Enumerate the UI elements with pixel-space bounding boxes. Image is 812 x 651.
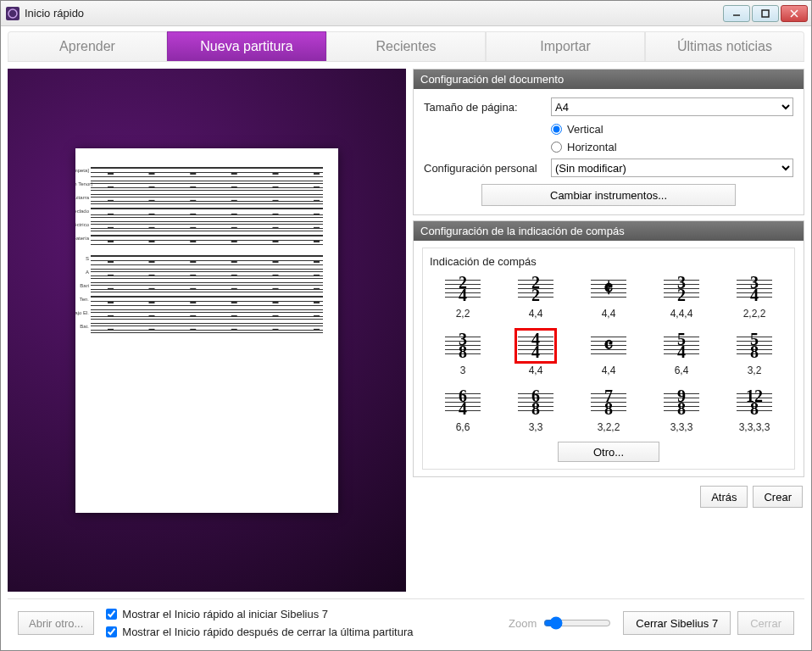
show-after-close-checkbox[interactable]: [106, 626, 117, 637]
time-signature-cell[interactable]: 342,2,2: [721, 273, 787, 320]
rest-marks: ▬▬▬▬▬▬: [108, 271, 320, 277]
time-signature-caption: 6,6: [456, 421, 470, 433]
instrument-label: Teclado: [75, 209, 91, 214]
rest-marks: ▬▬▬▬▬▬: [108, 258, 320, 264]
close-button[interactable]: Cerrar: [737, 611, 794, 635]
tab-import[interactable]: Importar: [486, 31, 645, 61]
time-signature-value: 128: [746, 390, 763, 415]
time-signature-cell[interactable]: 444,4: [503, 330, 569, 376]
time-signature-other-button[interactable]: Otro...: [558, 442, 659, 462]
create-button[interactable]: Crear: [753, 486, 803, 508]
time-signature-value: 32: [677, 276, 686, 302]
time-signature-icon: 34: [735, 273, 774, 305]
minimize-button[interactable]: [723, 5, 750, 22]
window-title: Inicio rápido: [25, 7, 723, 19]
instrument-label: Ten.: [75, 297, 91, 302]
zoom-label: Zoom: [509, 617, 537, 630]
staff-line: S▬▬▬▬▬▬: [91, 255, 323, 265]
close-window-button[interactable]: [781, 5, 808, 22]
time-signature-caption: 3,2,2: [598, 421, 620, 433]
time-signature-cell[interactable]: 324,4,4: [648, 273, 715, 320]
time-signature-icon: 32: [662, 273, 701, 305]
time-signature-cell[interactable]: 1283,3,3,3: [721, 387, 787, 433]
orientation-horizontal-radio[interactable]: [551, 142, 562, 153]
time-signature-value: 22: [531, 276, 540, 302]
page-size-select[interactable]: A4: [551, 97, 793, 116]
time-signature-value: 𝄵: [603, 281, 614, 298]
titlebar: Inicio rápido: [1, 1, 811, 26]
time-signature-caption: 3,2: [748, 364, 762, 376]
rest-marks: ▬▬▬▬▬▬: [108, 285, 320, 291]
window-controls: [723, 5, 808, 22]
rest-marks: ▬▬▬▬▬▬: [108, 210, 320, 216]
instrument-label: [Trompeta]: [75, 168, 91, 173]
rest-marks: ▬▬▬▬▬▬: [108, 197, 320, 203]
orientation-vertical-label: Vertical: [567, 123, 603, 136]
time-signature-cell[interactable]: 𝄵4,4: [576, 273, 642, 320]
time-signature-caption: 4,4: [602, 308, 616, 320]
document-config-panel: Configuración del documento Tamaño de pá…: [413, 69, 804, 215]
orientation-horizontal-label: Horizontal: [567, 141, 617, 153]
rest-marks: ▬▬▬▬▬▬: [108, 298, 320, 304]
maximize-button[interactable]: [752, 5, 779, 22]
tab-bar: Aprender Nueva partitura Recientes Impor…: [8, 31, 804, 62]
quick-start-window: Inicio rápido Aprender Nueva partitura R…: [0, 0, 812, 651]
tab-recent[interactable]: Recientes: [326, 31, 486, 61]
time-signature-caption: 3: [460, 364, 466, 376]
zoom-slider[interactable]: [543, 616, 611, 630]
show-after-close-label: Mostrar el Inicio rápido después de cerr…: [122, 626, 413, 638]
time-signature-cell[interactable]: 583,2: [721, 330, 787, 376]
staff-line: Guitarra▬▬▬▬▬▬: [91, 194, 323, 204]
time-signature-cell[interactable]: 224,4: [503, 273, 569, 320]
open-other-button[interactable]: Abrir otro...: [18, 611, 94, 635]
time-signature-caption: 4,4: [529, 364, 543, 376]
time-signature-caption: 4,4: [602, 364, 616, 376]
rest-marks: ▬▬▬▬▬▬: [108, 170, 320, 175]
instrument-label: Bajo El.: [75, 310, 91, 315]
close-app-button[interactable]: Cerrar Sibelius 7: [623, 611, 731, 635]
back-button[interactable]: Atrás: [700, 486, 748, 508]
orientation-vertical-radio[interactable]: [551, 124, 562, 135]
time-signature-cell[interactable]: 683,3: [503, 387, 569, 433]
time-signature-icon: 38: [443, 330, 482, 362]
instrument-label: Guitarra: [75, 195, 91, 200]
time-signature-cell[interactable]: 383: [430, 330, 496, 376]
time-signature-icon: 78: [589, 387, 628, 419]
time-signature-cell[interactable]: 546,4: [648, 330, 715, 376]
time-signature-icon: 98: [662, 387, 701, 419]
personal-config-select[interactable]: (Sin modificar): [551, 159, 793, 177]
zoom-group: Zoom: [509, 616, 611, 630]
time-signature-icon: 𝄴: [589, 330, 628, 362]
time-signature-icon: 54: [662, 330, 701, 362]
time-signature-value: 68: [531, 390, 540, 415]
personal-config-label: Configuración personal: [424, 162, 551, 175]
time-signature-box: Indicación de compás 242,2224,4𝄵4,4324,4…: [422, 248, 795, 470]
tab-news[interactable]: Últimas noticias: [645, 31, 804, 61]
config-pane: Configuración del documento Tamaño de pá…: [413, 69, 804, 592]
time-signature-cell[interactable]: 646,6: [430, 387, 496, 433]
staff-line: [Saxofón Tenor]▬▬▬▬▬▬: [91, 181, 323, 191]
time-signature-cell[interactable]: 783,2,2: [576, 387, 642, 433]
tab-learn[interactable]: Aprender: [8, 31, 167, 61]
instrument-label: Bari: [75, 283, 91, 288]
time-signature-value: 38: [459, 333, 467, 359]
page-size-label: Tamaño de página:: [424, 101, 551, 114]
change-instruments-button[interactable]: Cambiar instrumentos...: [481, 184, 736, 206]
svg-point-0: [8, 9, 17, 18]
time-signature-caption: 2,2: [456, 308, 470, 320]
instrument-label: Batería: [75, 236, 91, 241]
time-signature-cell[interactable]: 242,2: [430, 273, 496, 320]
time-signature-title: Indicación de compás: [430, 255, 787, 268]
time-signature-value: 44: [531, 333, 540, 359]
time-signature-cell[interactable]: 𝄴4,4: [576, 330, 642, 376]
time-signature-grid: 242,2224,4𝄵4,4324,4,4342,2,2383444,4𝄴4,4…: [430, 273, 787, 433]
staff-line: Bari▬▬▬▬▬▬: [91, 282, 323, 292]
tab-new-score[interactable]: Nueva partitura: [167, 31, 326, 61]
rest-marks: ▬▬▬▬▬▬: [108, 326, 320, 331]
show-on-startup-checkbox[interactable]: [106, 609, 117, 620]
time-signature-caption: 4,4,4: [670, 308, 693, 320]
score-preview-pane: [Trompeta]▬▬▬▬▬▬[Saxofón Tenor]▬▬▬▬▬▬Gui…: [8, 69, 406, 592]
time-signature-cell[interactable]: 983,3,3: [648, 387, 715, 433]
time-signature-caption: 3,3,3,3: [739, 421, 770, 433]
time-signature-caption: 3,3: [529, 421, 543, 433]
